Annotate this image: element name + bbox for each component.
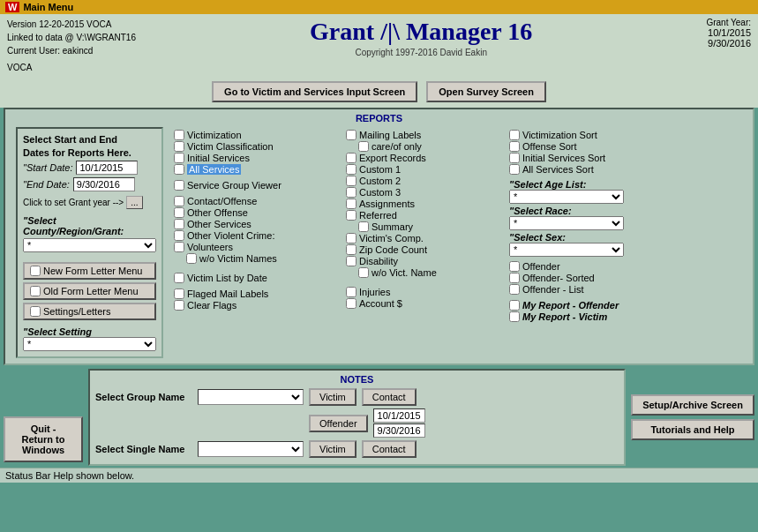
cb-mailing-labels: Mailing Labels xyxy=(346,130,502,140)
all-services-checkbox[interactable] xyxy=(174,164,184,175)
custom3-checkbox[interactable] xyxy=(346,187,356,198)
injuries-checkbox[interactable] xyxy=(346,287,356,297)
clear-flags-checkbox[interactable] xyxy=(174,300,184,311)
voca-label: VOCA xyxy=(7,61,136,74)
victimization-sort-checkbox[interactable] xyxy=(509,130,520,140)
offender-list-checkbox[interactable] xyxy=(509,284,520,295)
cb-other-services: Other Services xyxy=(174,219,339,229)
wo-victim-names-checkbox[interactable] xyxy=(186,253,197,264)
reports-columns: Victimization Victim Classification Init… xyxy=(170,127,746,358)
new-form-letter-checkbox[interactable] xyxy=(30,266,41,276)
reports-inner: Victimization Victim Classification Init… xyxy=(170,127,746,325)
victim-classification-checkbox[interactable] xyxy=(174,141,184,152)
header-area: Version 12-20-2015 VOCA Linked to data @… xyxy=(0,14,758,78)
cb-victimization: Victimization xyxy=(174,130,339,140)
group-name-select[interactable] xyxy=(198,389,304,405)
race-select[interactable]: * xyxy=(509,216,624,230)
end-date-label: "End Date: xyxy=(23,179,70,190)
victimization-checkbox[interactable] xyxy=(174,130,184,140)
initial-services-checkbox[interactable] xyxy=(174,153,184,163)
single-name-select[interactable] xyxy=(198,441,304,457)
offender-checkbox[interactable] xyxy=(509,261,520,272)
group-victim-button[interactable]: Victim xyxy=(309,388,356,406)
setting-select[interactable]: * xyxy=(23,337,156,351)
age-select[interactable]: * xyxy=(509,190,624,204)
all-services-sort-checkbox[interactable] xyxy=(509,164,520,175)
end-date-row: "End Date: xyxy=(23,177,156,191)
date-panel-title1: Select Start and End xyxy=(23,134,156,145)
cb-victims-comp: Victim's Comp. xyxy=(346,233,502,244)
offender-sorted-checkbox[interactable] xyxy=(509,273,520,283)
cb-my-report-offender: My Report - Offender xyxy=(509,300,742,311)
cb-account: Account $ xyxy=(346,298,502,309)
date-panel-title2: Dates for Reports Here. xyxy=(23,147,156,158)
nav-buttons: Go to Victim and Services Input Screen O… xyxy=(0,78,758,108)
referred-checkbox[interactable] xyxy=(346,210,356,221)
settings-letters-checkbox[interactable] xyxy=(30,306,41,317)
sex-select[interactable]: * xyxy=(509,243,624,257)
cb-offender-list: Offender - List xyxy=(509,284,742,295)
version-info: Version 12-20-2015 VOCA xyxy=(7,18,136,31)
other-services-checkbox[interactable] xyxy=(174,219,184,229)
my-report-victim-checkbox[interactable] xyxy=(509,311,520,322)
county-select[interactable]: * xyxy=(23,238,156,252)
old-form-letter-checkbox[interactable] xyxy=(30,286,41,296)
my-report-offender-checkbox[interactable] xyxy=(509,300,520,311)
archive-button[interactable]: Setup/Archive Screen xyxy=(631,394,754,416)
quit-button[interactable]: Quit - Return to Windows xyxy=(4,416,83,462)
account-checkbox[interactable] xyxy=(346,298,356,309)
mailing-labels-checkbox[interactable] xyxy=(346,130,356,140)
victim-list-date-checkbox[interactable] xyxy=(174,273,184,283)
initial-services-sort-checkbox[interactable] xyxy=(509,153,520,163)
single-contact-button[interactable]: Contact xyxy=(362,440,417,458)
victims-comp-checkbox[interactable] xyxy=(346,233,356,244)
custom1-checkbox[interactable] xyxy=(346,164,356,175)
disability-checkbox[interactable] xyxy=(346,256,356,266)
contact-offense-checkbox[interactable] xyxy=(174,196,184,206)
new-form-letter-button[interactable]: New Form Letter Menu xyxy=(23,262,156,280)
date-panel: Select Start and End Dates for Reports H… xyxy=(16,127,163,358)
cb-wo-victim-names: w/o Victim Names xyxy=(186,253,339,264)
cb-care-of-only: care/of only xyxy=(358,141,502,152)
single-victim-button[interactable]: Victim xyxy=(309,440,356,458)
tutorial-button[interactable]: Tutorials and Help xyxy=(631,419,754,440)
title-bar-label: Main Menu xyxy=(23,2,73,12)
sex-label: "Select Sex: xyxy=(509,232,742,243)
service-group-viewer-checkbox[interactable] xyxy=(174,180,184,191)
race-label: "Select Race: xyxy=(509,206,742,216)
cb-victim-list-by-date: Victim List by Date xyxy=(174,273,339,283)
start-date-input[interactable] xyxy=(76,161,138,175)
care-of-only-checkbox[interactable] xyxy=(358,141,369,152)
other-violent-crime-checkbox[interactable] xyxy=(174,230,184,241)
wo-vict-name-checkbox[interactable] xyxy=(358,267,369,278)
app-title: Grant /|\ Manager 16 xyxy=(136,18,706,46)
other-offense-checkbox[interactable] xyxy=(174,207,184,218)
group-contact-button[interactable]: Contact xyxy=(362,388,417,406)
cb-custom2: Custom 2 xyxy=(346,176,502,186)
select-setting-label: "Select Setting xyxy=(23,326,156,337)
export-records-checkbox[interactable] xyxy=(346,153,356,163)
end-date-input[interactable] xyxy=(73,177,135,191)
custom2-checkbox[interactable] xyxy=(346,176,356,186)
start-date-row: "Start Date: xyxy=(23,161,156,175)
cb-offense-sort: Offense Sort xyxy=(509,141,742,152)
reports-label: REPORTS xyxy=(9,113,749,124)
left-panel: Select Start and End Dates for Reports H… xyxy=(12,127,167,358)
offender-button[interactable]: Offender xyxy=(309,415,368,432)
main-content: Select Start and End Dates for Reports H… xyxy=(12,127,746,358)
old-form-letter-button[interactable]: Old Form Letter Menu xyxy=(23,282,156,300)
single-name-row: Select Single Name Victim Contact xyxy=(95,440,619,458)
assignments-checkbox[interactable] xyxy=(346,199,356,209)
reports-col1: Victimization Victim Classification Init… xyxy=(170,127,342,325)
summary-checkbox[interactable] xyxy=(358,221,369,232)
victim-services-button[interactable]: Go to Victim and Services Input Screen xyxy=(212,81,417,102)
grant-year-button[interactable]: ... xyxy=(126,196,142,209)
settings-letters-button[interactable]: Settings/Letters xyxy=(23,303,156,320)
offense-sort-checkbox[interactable] xyxy=(509,141,520,152)
zip-code-count-checkbox[interactable] xyxy=(346,244,356,255)
survey-screen-button[interactable]: Open Survey Screen xyxy=(426,81,546,102)
status-bar-text: Status Bar Help shown below. xyxy=(5,470,134,481)
volunteers-checkbox[interactable] xyxy=(174,242,184,252)
cb-referred: Referred xyxy=(346,210,502,221)
flaged-mail-checkbox[interactable] xyxy=(174,288,184,299)
